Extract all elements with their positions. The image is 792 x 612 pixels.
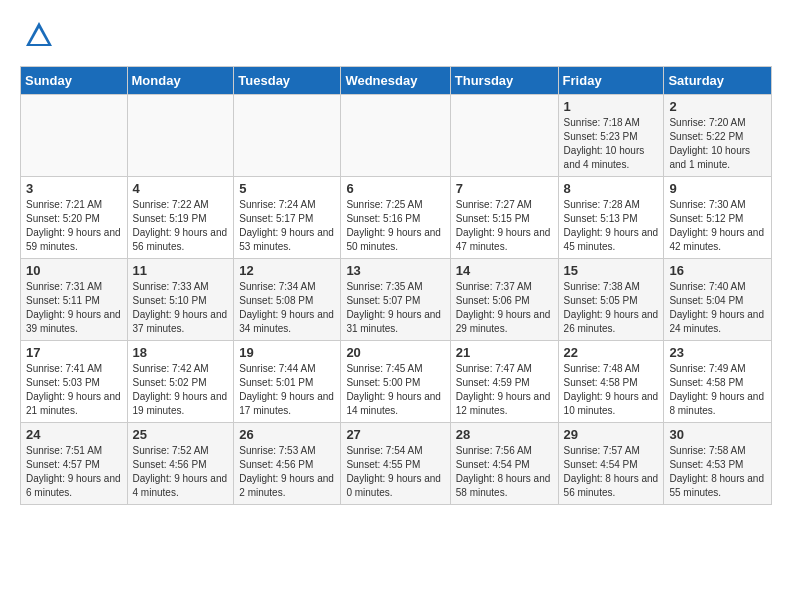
weekday-header-friday: Friday — [558, 67, 664, 95]
day-info: Sunrise: 7:48 AM Sunset: 4:58 PM Dayligh… — [564, 362, 659, 418]
day-number: 6 — [346, 181, 444, 196]
day-info: Sunrise: 7:47 AM Sunset: 4:59 PM Dayligh… — [456, 362, 553, 418]
day-info: Sunrise: 7:18 AM Sunset: 5:23 PM Dayligh… — [564, 116, 659, 172]
calendar-cell: 23Sunrise: 7:49 AM Sunset: 4:58 PM Dayli… — [664, 341, 772, 423]
day-number: 11 — [133, 263, 229, 278]
calendar-cell: 7Sunrise: 7:27 AM Sunset: 5:15 PM Daylig… — [450, 177, 558, 259]
calendar-cell: 29Sunrise: 7:57 AM Sunset: 4:54 PM Dayli… — [558, 423, 664, 505]
calendar-cell: 11Sunrise: 7:33 AM Sunset: 5:10 PM Dayli… — [127, 259, 234, 341]
day-number: 29 — [564, 427, 659, 442]
day-number: 25 — [133, 427, 229, 442]
day-info: Sunrise: 7:22 AM Sunset: 5:19 PM Dayligh… — [133, 198, 229, 254]
calendar-cell: 6Sunrise: 7:25 AM Sunset: 5:16 PM Daylig… — [341, 177, 450, 259]
weekday-header-thursday: Thursday — [450, 67, 558, 95]
day-number: 16 — [669, 263, 766, 278]
day-number: 30 — [669, 427, 766, 442]
day-info: Sunrise: 7:30 AM Sunset: 5:12 PM Dayligh… — [669, 198, 766, 254]
calendar-cell: 12Sunrise: 7:34 AM Sunset: 5:08 PM Dayli… — [234, 259, 341, 341]
weekday-header-saturday: Saturday — [664, 67, 772, 95]
day-number: 20 — [346, 345, 444, 360]
calendar-cell: 30Sunrise: 7:58 AM Sunset: 4:53 PM Dayli… — [664, 423, 772, 505]
day-info: Sunrise: 7:34 AM Sunset: 5:08 PM Dayligh… — [239, 280, 335, 336]
day-info: Sunrise: 7:20 AM Sunset: 5:22 PM Dayligh… — [669, 116, 766, 172]
calendar-cell — [341, 95, 450, 177]
day-info: Sunrise: 7:24 AM Sunset: 5:17 PM Dayligh… — [239, 198, 335, 254]
weekday-header-monday: Monday — [127, 67, 234, 95]
day-info: Sunrise: 7:21 AM Sunset: 5:20 PM Dayligh… — [26, 198, 122, 254]
day-number: 18 — [133, 345, 229, 360]
day-info: Sunrise: 7:33 AM Sunset: 5:10 PM Dayligh… — [133, 280, 229, 336]
day-info: Sunrise: 7:57 AM Sunset: 4:54 PM Dayligh… — [564, 444, 659, 500]
page: SundayMondayTuesdayWednesdayThursdayFrid… — [0, 0, 792, 525]
day-info: Sunrise: 7:52 AM Sunset: 4:56 PM Dayligh… — [133, 444, 229, 500]
calendar-cell: 10Sunrise: 7:31 AM Sunset: 5:11 PM Dayli… — [21, 259, 128, 341]
week-row-3: 17Sunrise: 7:41 AM Sunset: 5:03 PM Dayli… — [21, 341, 772, 423]
weekday-header-wednesday: Wednesday — [341, 67, 450, 95]
day-number: 1 — [564, 99, 659, 114]
calendar-cell: 26Sunrise: 7:53 AM Sunset: 4:56 PM Dayli… — [234, 423, 341, 505]
day-info: Sunrise: 7:56 AM Sunset: 4:54 PM Dayligh… — [456, 444, 553, 500]
day-number: 10 — [26, 263, 122, 278]
day-number: 12 — [239, 263, 335, 278]
calendar: SundayMondayTuesdayWednesdayThursdayFrid… — [20, 66, 772, 505]
day-number: 4 — [133, 181, 229, 196]
day-info: Sunrise: 7:44 AM Sunset: 5:01 PM Dayligh… — [239, 362, 335, 418]
calendar-cell: 1Sunrise: 7:18 AM Sunset: 5:23 PM Daylig… — [558, 95, 664, 177]
calendar-cell: 14Sunrise: 7:37 AM Sunset: 5:06 PM Dayli… — [450, 259, 558, 341]
week-row-2: 10Sunrise: 7:31 AM Sunset: 5:11 PM Dayli… — [21, 259, 772, 341]
day-number: 15 — [564, 263, 659, 278]
day-info: Sunrise: 7:27 AM Sunset: 5:15 PM Dayligh… — [456, 198, 553, 254]
calendar-cell: 24Sunrise: 7:51 AM Sunset: 4:57 PM Dayli… — [21, 423, 128, 505]
day-info: Sunrise: 7:40 AM Sunset: 5:04 PM Dayligh… — [669, 280, 766, 336]
weekday-header-sunday: Sunday — [21, 67, 128, 95]
calendar-cell: 22Sunrise: 7:48 AM Sunset: 4:58 PM Dayli… — [558, 341, 664, 423]
calendar-cell — [127, 95, 234, 177]
day-number: 23 — [669, 345, 766, 360]
day-info: Sunrise: 7:38 AM Sunset: 5:05 PM Dayligh… — [564, 280, 659, 336]
day-number: 7 — [456, 181, 553, 196]
day-number: 3 — [26, 181, 122, 196]
day-number: 22 — [564, 345, 659, 360]
header — [20, 20, 772, 50]
day-number: 27 — [346, 427, 444, 442]
calendar-cell: 3Sunrise: 7:21 AM Sunset: 5:20 PM Daylig… — [21, 177, 128, 259]
calendar-cell: 13Sunrise: 7:35 AM Sunset: 5:07 PM Dayli… — [341, 259, 450, 341]
calendar-cell: 4Sunrise: 7:22 AM Sunset: 5:19 PM Daylig… — [127, 177, 234, 259]
day-info: Sunrise: 7:51 AM Sunset: 4:57 PM Dayligh… — [26, 444, 122, 500]
day-number: 9 — [669, 181, 766, 196]
day-info: Sunrise: 7:31 AM Sunset: 5:11 PM Dayligh… — [26, 280, 122, 336]
day-info: Sunrise: 7:49 AM Sunset: 4:58 PM Dayligh… — [669, 362, 766, 418]
calendar-cell — [450, 95, 558, 177]
day-info: Sunrise: 7:41 AM Sunset: 5:03 PM Dayligh… — [26, 362, 122, 418]
day-info: Sunrise: 7:45 AM Sunset: 5:00 PM Dayligh… — [346, 362, 444, 418]
day-number: 5 — [239, 181, 335, 196]
day-info: Sunrise: 7:54 AM Sunset: 4:55 PM Dayligh… — [346, 444, 444, 500]
day-number: 8 — [564, 181, 659, 196]
day-number: 28 — [456, 427, 553, 442]
calendar-cell: 16Sunrise: 7:40 AM Sunset: 5:04 PM Dayli… — [664, 259, 772, 341]
calendar-cell: 20Sunrise: 7:45 AM Sunset: 5:00 PM Dayli… — [341, 341, 450, 423]
week-row-0: 1Sunrise: 7:18 AM Sunset: 5:23 PM Daylig… — [21, 95, 772, 177]
weekday-header-row: SundayMondayTuesdayWednesdayThursdayFrid… — [21, 67, 772, 95]
day-info: Sunrise: 7:28 AM Sunset: 5:13 PM Dayligh… — [564, 198, 659, 254]
day-number: 26 — [239, 427, 335, 442]
day-number: 14 — [456, 263, 553, 278]
calendar-cell: 19Sunrise: 7:44 AM Sunset: 5:01 PM Dayli… — [234, 341, 341, 423]
calendar-cell — [234, 95, 341, 177]
logo — [20, 20, 54, 50]
calendar-cell: 28Sunrise: 7:56 AM Sunset: 4:54 PM Dayli… — [450, 423, 558, 505]
calendar-cell: 25Sunrise: 7:52 AM Sunset: 4:56 PM Dayli… — [127, 423, 234, 505]
day-info: Sunrise: 7:37 AM Sunset: 5:06 PM Dayligh… — [456, 280, 553, 336]
calendar-cell: 5Sunrise: 7:24 AM Sunset: 5:17 PM Daylig… — [234, 177, 341, 259]
day-number: 24 — [26, 427, 122, 442]
day-info: Sunrise: 7:53 AM Sunset: 4:56 PM Dayligh… — [239, 444, 335, 500]
day-info: Sunrise: 7:58 AM Sunset: 4:53 PM Dayligh… — [669, 444, 766, 500]
day-number: 17 — [26, 345, 122, 360]
day-info: Sunrise: 7:42 AM Sunset: 5:02 PM Dayligh… — [133, 362, 229, 418]
day-number: 19 — [239, 345, 335, 360]
week-row-4: 24Sunrise: 7:51 AM Sunset: 4:57 PM Dayli… — [21, 423, 772, 505]
day-number: 13 — [346, 263, 444, 278]
calendar-cell: 18Sunrise: 7:42 AM Sunset: 5:02 PM Dayli… — [127, 341, 234, 423]
day-info: Sunrise: 7:35 AM Sunset: 5:07 PM Dayligh… — [346, 280, 444, 336]
calendar-cell: 9Sunrise: 7:30 AM Sunset: 5:12 PM Daylig… — [664, 177, 772, 259]
